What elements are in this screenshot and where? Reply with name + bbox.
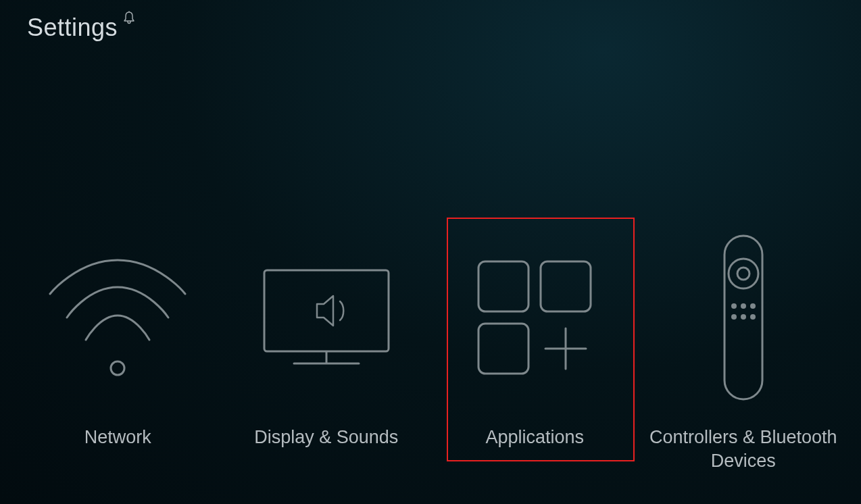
svg-rect-7 bbox=[478, 324, 528, 374]
svg-point-1 bbox=[111, 361, 124, 375]
svg-rect-5 bbox=[478, 261, 528, 311]
remote-icon bbox=[710, 230, 777, 405]
settings-tiles: Network Display & Sounds Appl bbox=[0, 230, 861, 473]
svg-point-14 bbox=[741, 303, 746, 309]
tile-label: Applications bbox=[485, 426, 584, 449]
svg-point-17 bbox=[741, 314, 746, 320]
tile-controllers-bluetooth[interactable]: Controllers & Bluetooth Devices bbox=[649, 230, 838, 473]
tv-sound-icon bbox=[252, 230, 401, 405]
header: Settings bbox=[27, 14, 135, 42]
svg-point-15 bbox=[750, 303, 756, 309]
svg-point-11 bbox=[729, 259, 758, 288]
svg-point-12 bbox=[737, 268, 749, 280]
bell-icon[interactable] bbox=[123, 11, 135, 24]
tile-display-sounds[interactable]: Display & Sounds bbox=[232, 230, 421, 449]
tile-label: Controllers & Bluetooth Devices bbox=[649, 426, 838, 473]
svg-rect-2 bbox=[264, 270, 389, 351]
tile-label: Network bbox=[84, 426, 151, 449]
svg-point-18 bbox=[750, 314, 756, 320]
svg-point-13 bbox=[731, 303, 737, 309]
apps-icon bbox=[464, 230, 606, 405]
page-title: Settings bbox=[27, 14, 118, 42]
wifi-icon bbox=[40, 230, 195, 405]
tile-label: Display & Sounds bbox=[254, 426, 398, 449]
tile-network[interactable]: Network bbox=[23, 230, 212, 449]
tile-applications[interactable]: Applications bbox=[440, 230, 629, 449]
svg-point-16 bbox=[731, 314, 737, 320]
svg-rect-6 bbox=[541, 261, 591, 311]
